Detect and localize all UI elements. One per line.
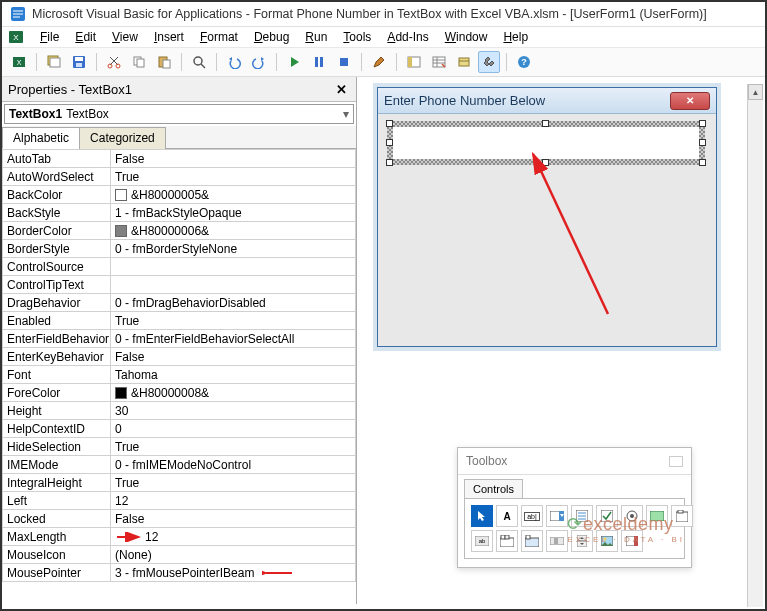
svg-rect-8 [75,57,83,61]
tool-multipage[interactable] [521,530,543,552]
menu-format[interactable]: Format [192,27,246,47]
insert-userform-button[interactable] [43,51,65,73]
svg-line-28 [533,154,608,314]
svg-rect-15 [163,60,170,68]
tool-scrollbar[interactable] [546,530,568,552]
svg-rect-21 [408,57,412,67]
window-title: Microsoft Visual Basic for Applications … [32,7,707,21]
menu-insert[interactable]: Insert [146,27,192,47]
prop-row-hideselection[interactable]: HideSelectionTrue [3,438,356,456]
menu-run[interactable]: Run [297,27,335,47]
userform-close-button[interactable]: ✕ [670,92,710,110]
toolbox-button[interactable] [478,51,500,73]
tool-frame[interactable] [671,505,693,527]
prop-row-borderstyle[interactable]: BorderStyle0 - fmBorderStyleNone [3,240,356,258]
tool-tabstrip[interactable] [496,530,518,552]
menu-help[interactable]: Help [495,27,536,47]
svg-rect-18 [320,57,323,67]
tab-alphabetic[interactable]: Alphabetic [2,127,80,149]
prop-row-autowordselect[interactable]: AutoWordSelectTrue [3,168,356,186]
prop-row-enabled[interactable]: EnabledTrue [3,312,356,330]
svg-point-16 [194,57,202,65]
prop-row-left[interactable]: Left12 [3,492,356,510]
tool-combobox[interactable] [546,505,568,527]
menu-file[interactable]: File [32,27,67,47]
menu-window[interactable]: Window [437,27,496,47]
tab-categorized[interactable]: Categorized [79,127,166,149]
tool-togglebutton[interactable] [646,505,668,527]
tool-textbox[interactable]: ab| [521,505,543,527]
properties-window-button[interactable] [428,51,450,73]
prop-row-enterkeybehavior[interactable]: EnterKeyBehaviorFalse [3,348,356,366]
reset-button[interactable] [333,51,355,73]
tool-label[interactable]: A [496,505,518,527]
menu-add-ins[interactable]: Add-Ins [379,27,436,47]
toolbox-tab-controls[interactable]: Controls [464,479,523,498]
svg-rect-19 [340,58,348,66]
redo-button[interactable] [248,51,270,73]
userform-titlebar[interactable]: Enter Phone Number Below ✕ [378,88,716,114]
cut-button[interactable] [103,51,125,73]
prop-row-locked[interactable]: LockedFalse [3,510,356,528]
copy-button[interactable] [128,51,150,73]
prop-row-maxlength[interactable]: MaxLength12 [3,528,356,546]
view-excel-button[interactable]: X [8,51,30,73]
design-mode-button[interactable] [368,51,390,73]
excel-icon[interactable]: X [8,29,24,45]
menu-debug[interactable]: Debug [246,27,297,47]
prop-row-integralheight[interactable]: IntegralHeightTrue [3,474,356,492]
toolbox-minimize-icon[interactable] [669,456,683,467]
project-explorer-button[interactable] [403,51,425,73]
prop-row-enterfieldbehavior[interactable]: EnterFieldBehavior0 - fmEnterFieldBehavi… [3,330,356,348]
tool-pointer[interactable] [471,505,493,527]
svg-rect-42 [505,535,509,539]
scroll-up-icon[interactable]: ▲ [748,84,763,100]
userform-window[interactable]: Enter Phone Number Below ✕ [377,87,717,347]
tool-refedit[interactable] [621,530,643,552]
properties-title: Properties - TextBox1 [8,82,132,97]
tool-image[interactable] [596,530,618,552]
prop-row-controlsource[interactable]: ControlSource [3,258,356,276]
help-button[interactable]: ? [513,51,535,73]
prop-row-bordercolor[interactable]: BorderColor&H80000006& [3,222,356,240]
menu-edit[interactable]: Edit [67,27,104,47]
toolbox-window[interactable]: Toolbox Controls A ab| ab [457,447,692,568]
prop-row-backstyle[interactable]: BackStyle1 - fmBackStyleOpaque [3,204,356,222]
prop-row-controltiptext[interactable]: ControlTipText [3,276,356,294]
menu-view[interactable]: View [104,27,146,47]
svg-point-50 [604,538,607,541]
userform-body[interactable] [378,114,716,346]
svg-rect-9 [76,63,82,67]
property-grid[interactable]: AutoTabFalseAutoWordSelectTrueBackColor&… [2,149,356,582]
menu-tools[interactable]: Tools [335,27,379,47]
properties-panel: Properties - TextBox1 ✕ TextBox1TextBox … [2,77,357,604]
prop-row-backcolor[interactable]: BackColor&H80000005& [3,186,356,204]
prop-row-mouseicon[interactable]: MouseIcon(None) [3,546,356,564]
toolbox-title: Toolbox [466,454,507,468]
prop-row-height[interactable]: Height30 [3,402,356,420]
close-icon[interactable]: ✕ [332,80,350,98]
tool-commandbutton[interactable]: ab [471,530,493,552]
tool-listbox[interactable] [571,505,593,527]
undo-button[interactable] [223,51,245,73]
break-button[interactable] [308,51,330,73]
prop-row-autotab[interactable]: AutoTabFalse [3,150,356,168]
textbox-control[interactable] [392,126,700,160]
prop-row-font[interactable]: FontTahoma [3,366,356,384]
prop-row-helpcontextid[interactable]: HelpContextID0 [3,420,356,438]
vertical-scrollbar[interactable]: ▲ [747,84,763,607]
paste-button[interactable] [153,51,175,73]
run-button[interactable] [283,51,305,73]
svg-text:X: X [13,33,19,42]
tool-optionbutton[interactable] [621,505,643,527]
object-selector[interactable]: TextBox1TextBox ▾ [4,104,354,124]
prop-row-imemode[interactable]: IMEMode0 - fmIMEModeNoControl [3,456,356,474]
tool-spinbutton[interactable] [571,530,593,552]
find-button[interactable] [188,51,210,73]
prop-row-forecolor[interactable]: ForeColor&H80000008& [3,384,356,402]
object-browser-button[interactable] [453,51,475,73]
save-button[interactable] [68,51,90,73]
tool-checkbox[interactable] [596,505,618,527]
prop-row-dragbehavior[interactable]: DragBehavior0 - fmDragBehaviorDisabled [3,294,356,312]
prop-row-mousepointer[interactable]: MousePointer3 - fmMousePointerIBeam [3,564,356,582]
